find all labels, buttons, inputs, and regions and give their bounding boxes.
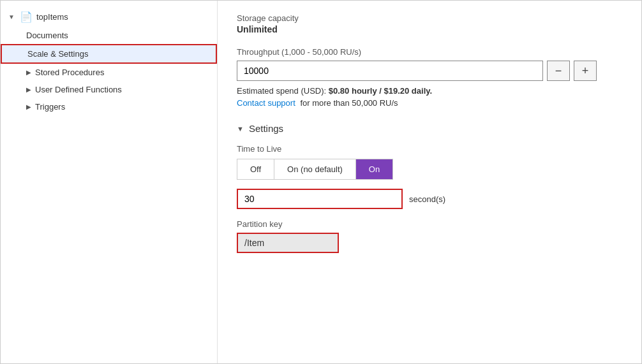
documents-label: Documents	[26, 31, 68, 40]
storage-capacity-label: Storage capacity	[237, 13, 622, 23]
sidebar-item-user-defined-functions[interactable]: ▶ User Defined Functions	[1, 81, 217, 98]
sidebar-item-stored-procedures[interactable]: ▶ Stored Procedures	[1, 64, 217, 81]
throughput-section: Throughput (1,000 - 50,000 RU/s) − + Est…	[237, 47, 622, 108]
settings-section: ▼ Settings Time to Live Off On (no defau…	[237, 123, 622, 253]
sidebar-item-triggers[interactable]: ▶ Triggers	[1, 98, 217, 115]
ttl-on-label: On	[369, 164, 380, 174]
settings-label: Settings	[249, 123, 283, 134]
ttl-no-default-label: On (no default)	[287, 164, 343, 174]
minus-icon: −	[555, 64, 562, 78]
chevron-down-icon: ▼	[8, 13, 17, 20]
stored-procedures-label: Stored Procedures	[35, 68, 104, 77]
storage-capacity-section: Storage capacity Unlimited	[237, 13, 622, 34]
contact-support-link[interactable]: Contact support	[237, 98, 295, 108]
document-icon: 📄	[20, 11, 33, 23]
ttl-value-input[interactable]	[237, 189, 403, 209]
partition-key-label: Partition key	[237, 219, 622, 229]
settings-header: ▼ Settings	[237, 123, 622, 134]
throughput-decrease-button[interactable]: −	[547, 61, 570, 81]
contact-suffix: for more than 50,000 RU/s	[300, 98, 398, 108]
contact-line: Contact support for more than 50,000 RU/…	[237, 98, 622, 108]
user-defined-functions-label: User Defined Functions	[35, 85, 122, 94]
ttl-button-group: Off On (no default) On	[237, 159, 393, 180]
estimate-text: Estimated spend (USD): $0.80 hourly / $1…	[237, 86, 622, 96]
throughput-input[interactable]	[237, 61, 543, 81]
estimate-bold: $0.80 hourly / $19.20 daily.	[329, 86, 432, 96]
throughput-increase-button[interactable]: +	[574, 61, 597, 81]
expand-icon: ▶	[26, 86, 31, 93]
triggers-label: Triggers	[35, 102, 65, 112]
ttl-input-row: second(s)	[237, 189, 622, 209]
expand-icon: ▶	[26, 103, 31, 110]
sidebar-top-item[interactable]: ▼ 📄 topItems	[1, 7, 217, 27]
expand-icon: ▶	[26, 69, 31, 76]
scale-settings-label: Scale & Settings	[27, 49, 88, 59]
sidebar-item-documents[interactable]: Documents	[1, 27, 217, 44]
throughput-row: − +	[237, 61, 622, 81]
settings-chevron-icon: ▼	[237, 125, 244, 133]
sidebar: ▼ 📄 topItems Documents Scale & Settings …	[1, 1, 218, 363]
ttl-on-button[interactable]: On	[356, 159, 392, 179]
ttl-label: Time to Live	[237, 144, 622, 154]
partition-key-input[interactable]	[237, 233, 339, 253]
main-content: Storage capacity Unlimited Throughput (1…	[218, 1, 641, 363]
ttl-unit-label: second(s)	[409, 194, 445, 204]
ttl-no-default-button[interactable]: On (no default)	[274, 159, 356, 179]
throughput-label: Throughput (1,000 - 50,000 RU/s)	[237, 47, 622, 57]
sidebar-top-item-label: topItems	[36, 12, 68, 22]
ttl-off-button[interactable]: Off	[237, 159, 274, 179]
plus-icon: +	[582, 64, 589, 78]
estimate-prefix: Estimated spend (USD):	[237, 86, 326, 96]
storage-capacity-value: Unlimited	[237, 24, 622, 34]
ttl-off-label: Off	[250, 164, 261, 174]
sidebar-item-scale-settings[interactable]: Scale & Settings	[1, 44, 217, 64]
